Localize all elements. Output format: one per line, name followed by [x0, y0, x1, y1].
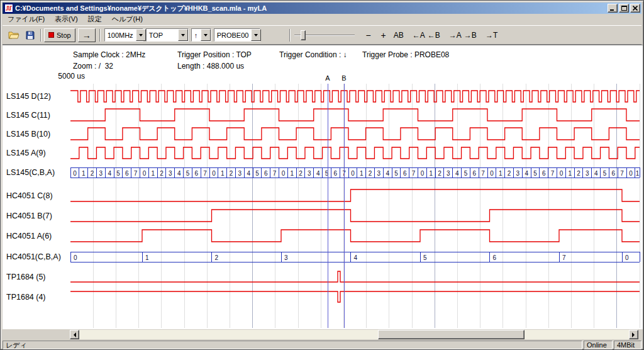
menu-view[interactable]: 表示(V): [50, 13, 83, 25]
save-button[interactable]: [23, 28, 38, 42]
bus-value: 4: [354, 254, 358, 261]
bus-value: 6: [612, 170, 616, 177]
bus-value: 4: [247, 170, 250, 177]
chevron-down-icon[interactable]: [136, 29, 146, 41]
bus-value: 3: [99, 170, 103, 177]
bus-value: 5: [255, 170, 259, 177]
bus-value: 7: [551, 170, 555, 177]
stop-button[interactable]: Stop: [44, 28, 75, 42]
bus-value: 6: [403, 170, 407, 177]
open-button[interactable]: [6, 28, 21, 42]
bus-value: 7: [562, 254, 566, 261]
bus-value: 0: [212, 170, 216, 177]
trigger-position-info: Trigger Position : TOP: [177, 50, 252, 59]
bus-value: 2: [230, 170, 233, 177]
bus-value: 3: [447, 170, 450, 177]
bus-value: 0: [74, 254, 77, 261]
bus-value: 4: [108, 170, 111, 177]
bus-value: 6: [264, 170, 268, 177]
slider-thumb[interactable]: [301, 30, 306, 40]
bus-value: 5: [464, 170, 468, 177]
probe-select[interactable]: PROBE00: [214, 28, 260, 42]
marker-label-a: A: [325, 74, 330, 82]
zoom-out-button[interactable]: −: [361, 28, 376, 42]
bus-value: 1: [145, 254, 149, 261]
sample-clock-info: Sample Clock : 2MHz: [73, 50, 145, 59]
menu-settings[interactable]: 設定: [83, 13, 107, 25]
bus-value: 2: [215, 254, 219, 261]
minimize-button[interactable]: [608, 4, 618, 13]
bus-value: 0: [490, 170, 494, 177]
bus-value: 5: [423, 254, 427, 261]
chevron-down-icon[interactable]: [201, 29, 211, 41]
scroll-right-button[interactable]: [629, 330, 638, 339]
stop-square-icon: [48, 32, 54, 38]
trigger-position-select[interactable]: TOP: [146, 28, 189, 42]
chevron-down-icon[interactable]: [178, 29, 188, 41]
menu-help[interactable]: ヘルプ(H): [107, 13, 148, 25]
horizontal-scrollbar[interactable]: [70, 330, 638, 339]
goto-a-left-button[interactable]: ←A: [411, 28, 426, 42]
bus-value: 5: [116, 170, 120, 177]
toolbar-separator: [289, 29, 291, 42]
floppy-icon: [26, 31, 35, 40]
trigger-edge-select[interactable]: ↑: [191, 28, 211, 42]
bus-value: 7: [273, 170, 277, 177]
bus-value: 2: [438, 170, 441, 177]
bus-value: 4: [316, 170, 320, 177]
maximize-button[interactable]: [619, 4, 629, 13]
length-info: Length : 488.000 us: [177, 62, 244, 71]
status-message: レディ: [3, 341, 582, 349]
bus-value: 7: [203, 170, 207, 177]
chevron-down-icon[interactable]: [251, 29, 261, 41]
goto-b-right-button[interactable]: →B: [463, 28, 478, 42]
run-button[interactable]: →: [78, 28, 96, 42]
bus-value: 2: [299, 170, 303, 177]
bus-value: 1: [360, 170, 364, 177]
arrow-right-icon: →: [82, 31, 91, 40]
close-button[interactable]: [630, 4, 640, 13]
zoom-in-button[interactable]: +: [376, 28, 391, 42]
clock-select[interactable]: 100MHz: [104, 28, 143, 42]
bus-value: 3: [586, 170, 589, 177]
waveform-trace: [70, 109, 640, 121]
bus-value: 0: [143, 170, 147, 177]
trigger-edge-value: ↑: [192, 29, 201, 41]
scrollbar-thumb[interactable]: [378, 330, 525, 339]
bus-value: 1: [151, 170, 155, 177]
app-icon: [4, 4, 13, 13]
toolbar-separator: [40, 29, 42, 42]
waveform-trace: [70, 230, 640, 242]
bus-value: 4: [594, 170, 598, 177]
bus-value: 4: [525, 170, 528, 177]
statusbar: レディ Online 4MBit: [3, 341, 641, 349]
clock-select-value: 100MHz: [105, 29, 136, 41]
menu-file[interactable]: ファイル(F): [3, 13, 50, 25]
bus-value: 1: [221, 170, 225, 177]
bus-value: 0: [351, 170, 355, 177]
bus-value: 2: [91, 170, 94, 177]
status-online: Online: [584, 341, 613, 349]
maximize-icon: [621, 6, 627, 11]
bus-value: 0: [73, 170, 77, 177]
waveform-trace: [70, 147, 640, 159]
zoom-info: Zoom : / 32: [73, 62, 113, 71]
waveform-trace: [70, 128, 640, 140]
channel-label: LS145 C(11): [6, 111, 50, 120]
bus-value: 2: [160, 170, 164, 177]
ab-button[interactable]: AB: [391, 28, 406, 42]
bus-value: 6: [473, 170, 477, 177]
bus-value: 4: [455, 170, 459, 177]
waveform-trace: [70, 91, 640, 102]
zoom-slider[interactable]: [293, 28, 356, 42]
close-icon: [633, 6, 638, 11]
bus-value: 3: [284, 254, 288, 261]
goto-b-left-button[interactable]: ←B: [426, 28, 441, 42]
goto-trigger-button[interactable]: →T: [484, 28, 499, 42]
goto-a-right-button[interactable]: →A: [448, 28, 463, 42]
bus-value: 2: [369, 170, 372, 177]
waveform-trace: [70, 210, 640, 222]
scroll-left-button[interactable]: [70, 330, 79, 339]
waveform-display[interactable]: 5000 usLS145 D(12)LS145 C(11)LS145 B(10)…: [3, 70, 643, 329]
bus-value: 1: [290, 170, 294, 177]
